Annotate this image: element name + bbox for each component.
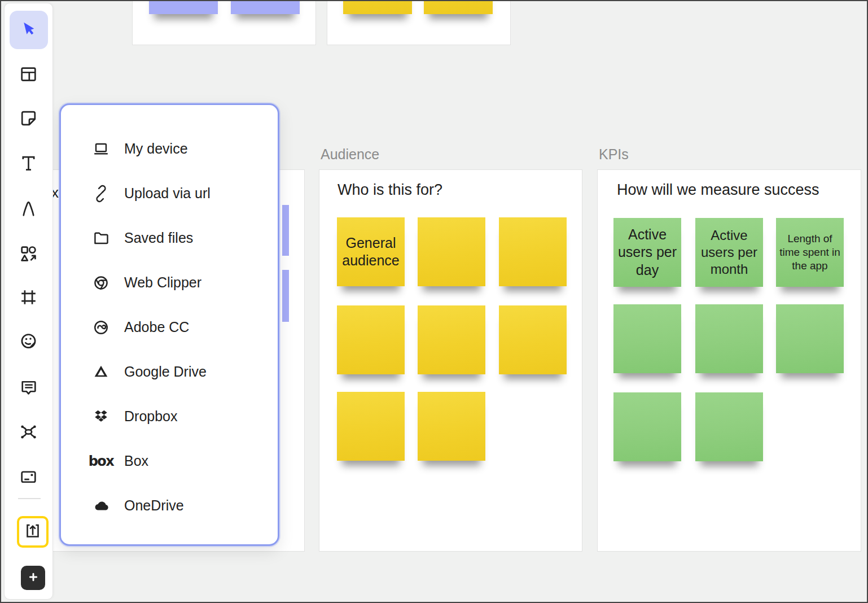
menu-item-adobe-cc[interactable]: Adobe CC [61, 305, 278, 349]
upload-tool-button[interactable] [17, 516, 49, 548]
plus-icon [25, 569, 42, 588]
shapes-icon [18, 243, 39, 266]
menu-item-label: Web Clipper [124, 274, 201, 291]
frame-heading[interactable]: How will we measure success [617, 181, 819, 199]
sticky-note[interactable] [337, 305, 405, 374]
menu-item-label: Google Drive [124, 364, 207, 380]
sticky-note-icon [18, 108, 39, 131]
mindmap-icon [18, 421, 39, 444]
sticky-note[interactable] [149, 0, 218, 14]
sticky-note[interactable]: Length of time spent in the app [776, 218, 844, 287]
sticky-note[interactable] [418, 305, 485, 374]
chrome-icon [90, 272, 112, 294]
menu-item-box[interactable]: box Box [61, 439, 278, 483]
sticky-note[interactable] [499, 305, 567, 374]
onedrive-icon [90, 495, 112, 517]
frame-kpis[interactable]: KPIs How will we measure success Active … [597, 169, 861, 552]
menu-item-label: My device [124, 141, 188, 157]
partial-frame-top-right[interactable] [327, 0, 511, 45]
menu-item-web-clipper[interactable]: Web Clipper [61, 260, 278, 305]
pen-icon [18, 198, 39, 221]
sticky-note-tool-button[interactable] [12, 102, 46, 136]
card-tool-button[interactable] [12, 461, 46, 495]
sticker-smiley-icon [18, 331, 39, 354]
sticky-note[interactable] [695, 392, 763, 461]
menu-item-label: OneDrive [124, 497, 184, 514]
more-tools-button[interactable] [21, 566, 45, 590]
templates-icon [18, 64, 39, 87]
comment-tool-button[interactable] [12, 372, 46, 405]
pen-tool-button[interactable] [12, 193, 46, 226]
partial-frame-top-left[interactable] [132, 0, 316, 45]
frame-heading[interactable]: Who is this for? [337, 181, 442, 199]
mindmap-tool-button[interactable] [12, 416, 46, 449]
link-icon [90, 183, 112, 204]
upload-menu: My device Upload via url Saved files Web [59, 103, 279, 546]
menu-item-saved-files[interactable]: Saved files [61, 216, 278, 260]
sticky-note[interactable] [337, 392, 405, 461]
sticky-note[interactable] [613, 392, 681, 461]
menu-item-label: Upload via url [124, 185, 211, 202]
menu-item-label: Box [124, 453, 148, 469]
menu-item-onedrive[interactable]: OneDrive [61, 483, 278, 528]
upload-icon [23, 521, 43, 543]
comment-icon [18, 377, 39, 400]
sticky-note[interactable]: Active users per day [613, 218, 681, 287]
sticky-note[interactable] [343, 0, 412, 14]
cursor-icon [18, 19, 39, 42]
text-icon [18, 153, 39, 176]
card-icon [18, 466, 39, 490]
frame-tool-button[interactable] [12, 281, 46, 315]
sticky-note[interactable]: General audience [337, 217, 405, 286]
text-tool-button[interactable] [12, 147, 46, 181]
shapes-tool-button[interactable] [12, 238, 46, 272]
box-icon: box [90, 451, 112, 472]
menu-item-label: Saved files [124, 230, 193, 246]
sticky-note[interactable]: Active users per month [695, 218, 763, 287]
menu-item-google-drive[interactable]: Google Drive [61, 349, 278, 394]
laptop-icon [90, 138, 112, 160]
frame-audience[interactable]: Audience Who is this for? General audien… [319, 169, 582, 552]
toolbar-sidebar [4, 3, 53, 600]
templates-tool-button[interactable] [12, 58, 46, 92]
sticky-note[interactable] [418, 392, 485, 461]
google-drive-icon [90, 361, 112, 383]
sticky-note[interactable] [424, 0, 493, 14]
sticky-note[interactable] [499, 217, 567, 286]
sticky-note[interactable] [418, 217, 485, 286]
select-tool-button[interactable] [10, 11, 48, 49]
sticky-note-edge [282, 205, 289, 256]
sticky-note[interactable] [776, 304, 844, 373]
sticky-note[interactable] [613, 304, 681, 373]
frame-icon [18, 287, 39, 310]
sticky-note-edge [282, 270, 289, 322]
menu-item-my-device[interactable]: My device [61, 126, 278, 171]
menu-item-dropbox[interactable]: Dropbox [61, 394, 278, 439]
sticky-note[interactable] [695, 304, 763, 373]
sticky-note[interactable] [231, 0, 300, 14]
adobe-cc-icon [90, 317, 112, 338]
folder-icon [90, 228, 112, 249]
menu-item-label: Adobe CC [124, 319, 189, 335]
toolbar-divider [18, 498, 41, 499]
frame-title[interactable]: Audience [321, 146, 379, 163]
menu-item-upload-via-url[interactable]: Upload via url [61, 171, 278, 216]
sticker-tool-button[interactable] [12, 325, 46, 359]
frame-title[interactable]: KPIs [599, 146, 629, 163]
miro-board-screen: x Audience Who is this for? General audi… [0, 0, 868, 603]
menu-item-label: Dropbox [124, 408, 178, 425]
dropbox-icon [90, 406, 112, 427]
